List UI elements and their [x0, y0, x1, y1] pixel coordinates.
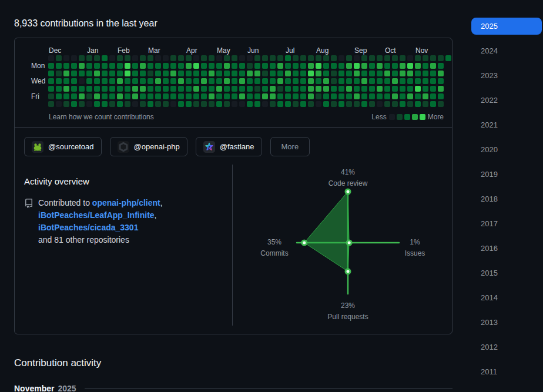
- contribution-cell[interactable]: [285, 78, 291, 84]
- contribution-cell[interactable]: [56, 63, 62, 69]
- contribution-cell[interactable]: [86, 78, 92, 84]
- contribution-cell[interactable]: [232, 78, 237, 84]
- contribution-cell[interactable]: [316, 93, 321, 99]
- contribution-cell[interactable]: [270, 55, 276, 61]
- contribution-cell[interactable]: [232, 86, 237, 92]
- contribution-cell[interactable]: [155, 93, 161, 99]
- contribution-cell[interactable]: [392, 86, 398, 92]
- contribution-cell[interactable]: [102, 63, 108, 69]
- contribution-cell[interactable]: [117, 93, 123, 99]
- contribution-cell[interactable]: [285, 101, 291, 107]
- contribution-cell[interactable]: [224, 71, 230, 76]
- contribution-cell[interactable]: [430, 86, 436, 92]
- contribution-cell[interactable]: [48, 63, 54, 69]
- contribution-cell[interactable]: [132, 101, 138, 107]
- contribution-cell[interactable]: [155, 63, 161, 69]
- contribution-cell[interactable]: [331, 93, 337, 99]
- contribution-cell[interactable]: [346, 78, 352, 84]
- contribution-cell[interactable]: [132, 63, 138, 69]
- contribution-cell[interactable]: [354, 86, 360, 92]
- contribution-cell[interactable]: [354, 93, 360, 99]
- contribution-cell[interactable]: [63, 86, 69, 92]
- contribution-cell[interactable]: [392, 71, 398, 76]
- contribution-cell[interactable]: [323, 71, 329, 76]
- contribution-cell[interactable]: [331, 86, 337, 92]
- learn-contributions-link[interactable]: Learn how we count contributions: [49, 113, 154, 121]
- contribution-cell[interactable]: [79, 71, 85, 76]
- contribution-cell[interactable]: [338, 71, 344, 76]
- contribution-cell[interactable]: [155, 78, 161, 84]
- contribution-cell[interactable]: [163, 71, 169, 76]
- contribution-cell[interactable]: [193, 86, 199, 92]
- contribution-cell[interactable]: [178, 86, 184, 92]
- contribution-cell[interactable]: [262, 63, 268, 69]
- contribution-cell[interactable]: [79, 55, 85, 61]
- contribution-cell[interactable]: [438, 63, 444, 69]
- contribution-cell[interactable]: [178, 93, 184, 99]
- contribution-cell[interactable]: [216, 93, 222, 99]
- contribution-cell[interactable]: [316, 86, 321, 92]
- contribution-cell[interactable]: [56, 71, 62, 76]
- contribution-cell[interactable]: [117, 71, 123, 76]
- contribution-cell[interactable]: [155, 86, 161, 92]
- contribution-cell[interactable]: [201, 63, 207, 69]
- contribution-cell[interactable]: [216, 63, 222, 69]
- contribution-cell[interactable]: [201, 55, 207, 61]
- contribution-cell[interactable]: [254, 71, 260, 76]
- contribution-cell[interactable]: [338, 55, 344, 61]
- contribution-cell[interactable]: [438, 71, 444, 76]
- contribution-cell[interactable]: [170, 63, 176, 69]
- contribution-cell[interactable]: [56, 78, 62, 84]
- contribution-cell[interactable]: [140, 55, 146, 61]
- contribution-cell[interactable]: [254, 63, 260, 69]
- contribution-cell[interactable]: [308, 55, 314, 61]
- contribution-cell[interactable]: [384, 86, 390, 92]
- contribution-cell[interactable]: [285, 86, 291, 92]
- contribution-cell[interactable]: [209, 78, 214, 84]
- contribution-cell[interactable]: [361, 86, 367, 92]
- contribution-cell[interactable]: [377, 71, 383, 76]
- contribution-cell[interactable]: [48, 86, 54, 92]
- contribution-cell[interactable]: [232, 101, 237, 107]
- contribution-cell[interactable]: [63, 78, 69, 84]
- contribution-cell[interactable]: [247, 71, 253, 76]
- contribution-cell[interactable]: [125, 71, 130, 76]
- contribution-cell[interactable]: [400, 55, 405, 61]
- contribution-cell[interactable]: [94, 63, 100, 69]
- contribution-cell[interactable]: [415, 78, 421, 84]
- contribution-cell[interactable]: [163, 101, 169, 107]
- contribution-cell[interactable]: [186, 101, 192, 107]
- contribution-cell[interactable]: [285, 63, 291, 69]
- contribution-cell[interactable]: [392, 93, 398, 99]
- contribution-cell[interactable]: [125, 55, 130, 61]
- contribution-cell[interactable]: [277, 63, 283, 69]
- contribution-cell[interactable]: [117, 101, 123, 107]
- contribution-cell[interactable]: [384, 93, 390, 99]
- contribution-cell[interactable]: [209, 71, 214, 76]
- contribution-cell[interactable]: [270, 71, 276, 76]
- contribution-cell[interactable]: [331, 71, 337, 76]
- contribution-cell[interactable]: [132, 71, 138, 76]
- contribution-cell[interactable]: [109, 86, 115, 92]
- contribution-cell[interactable]: [308, 101, 314, 107]
- contribution-cell[interactable]: [193, 63, 199, 69]
- contribution-cell[interactable]: [224, 63, 230, 69]
- year-item-2018[interactable]: 2018: [471, 190, 542, 207]
- contribution-cell[interactable]: [323, 93, 329, 99]
- contribution-cell[interactable]: [216, 71, 222, 76]
- contribution-cell[interactable]: [308, 63, 314, 69]
- contribution-cell[interactable]: [331, 78, 337, 84]
- contribution-cell[interactable]: [338, 101, 344, 107]
- contribution-cell[interactable]: [361, 63, 367, 69]
- contribution-cell[interactable]: [430, 93, 436, 99]
- contribution-cell[interactable]: [285, 55, 291, 61]
- contribution-cell[interactable]: [316, 55, 321, 61]
- contribution-cell[interactable]: [79, 101, 85, 107]
- contribution-cell[interactable]: [247, 78, 253, 84]
- contribution-cell[interactable]: [132, 78, 138, 84]
- contribution-cell[interactable]: [354, 55, 360, 61]
- contribution-cell[interactable]: [430, 101, 436, 107]
- contribution-cell[interactable]: [239, 86, 245, 92]
- contribution-cell[interactable]: [300, 101, 306, 107]
- year-item-2022[interactable]: 2022: [471, 92, 542, 109]
